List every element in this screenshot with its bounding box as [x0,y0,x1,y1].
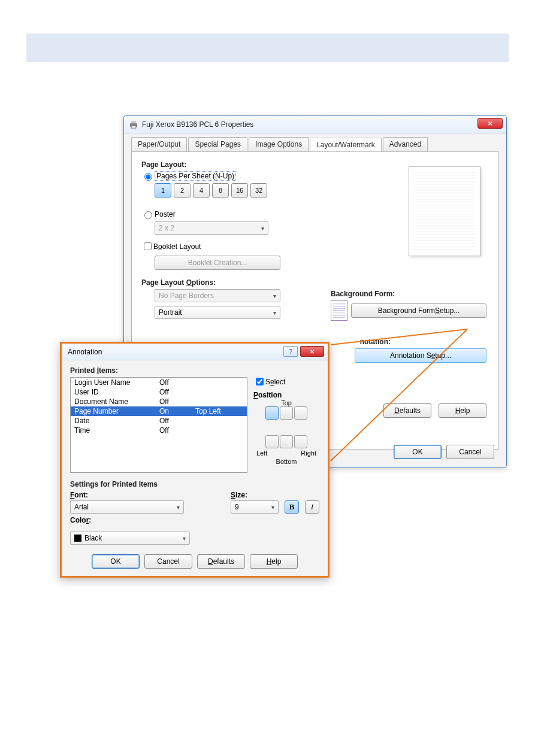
settings-label: Settings for Printed Items [70,480,319,488]
color-swatch-icon [74,535,81,542]
nup-2[interactable]: 2 [174,183,191,198]
annotation-dialog: Annotation ? ✕ Printed Items: Login User… [60,342,330,578]
pos-top-label: Top [281,399,292,406]
annotation-defaults-button[interactable]: Defaults [197,554,245,569]
booklet-checkbox[interactable] [144,242,152,250]
position-label: Position [253,391,319,399]
booklet-creation-button: Booklet Creation... [155,256,280,270]
annotation-help-button[interactable]: Help [250,554,298,569]
color-label: Color: [70,516,91,524]
annotation-button-row: OK Cancel Defaults Help [70,554,319,569]
tab-image-options[interactable]: Image Options [249,137,309,151]
window-title: Fuji Xerox B9136 PCL 6 Properties [142,120,253,129]
select-checkbox-row[interactable]: Select [253,376,319,387]
tab-advanced[interactable]: Advanced [383,137,428,151]
pages-per-sheet-label: Pages Per Sheet (N-Up) [155,171,236,181]
poster-combo: 2 x 2 [155,221,268,235]
select-checkbox[interactable] [256,378,264,385]
list-item-selected: Page NumberOnTop Left [71,406,247,416]
select-label: Select [265,378,285,386]
pos-bottom-center[interactable] [280,435,293,448]
font-combo[interactable]: Arial [70,500,184,514]
bgform-setup-button[interactable]: Background Form Setup... [351,303,486,318]
list-item: User IDOff [71,387,247,397]
printed-items-label: Printed Items: [70,366,319,375]
help-button[interactable]: Help [439,403,486,418]
annotation-cancel-button[interactable]: Cancel [144,554,192,569]
defaults-button[interactable]: Defaults [383,403,431,418]
pos-left-label: Left [256,450,267,457]
dialog-buttons: OK Cancel [394,445,494,459]
annotation-titlebar: Annotation ? ✕ [62,344,328,360]
pos-bottom-label: Bottom [276,458,297,465]
pos-top-center[interactable] [280,406,293,420]
position-grid [265,406,307,448]
titlebar: Fuji Xerox B9136 PCL 6 Properties ✕ [124,116,506,133]
font-label: Font: [70,491,225,499]
bold-button[interactable]: B [285,500,299,514]
list-item: DateOff [71,416,247,426]
size-label: Size: [231,491,279,499]
list-item: Document NameOff [71,397,247,406]
size-combo[interactable]: 9 [231,500,279,514]
nup-1[interactable]: 1 [155,183,171,198]
pos-top-left[interactable] [265,406,279,420]
tab-special-pages[interactable]: Special Pages [188,137,247,151]
booklet-label: Booklet Layout [153,242,201,251]
cancel-button[interactable]: Cancel [446,445,494,459]
borders-combo: No Page Borders [155,289,280,302]
pos-bottom-left[interactable] [265,435,279,448]
radio-poster[interactable] [144,211,152,219]
ok-button[interactable]: OK [394,445,442,459]
radio-nup[interactable] [144,173,152,181]
tab-strip: Paper/Output Special Pages Image Options… [124,133,506,151]
annotation-help-icon[interactable]: ? [283,346,298,357]
annotation-ok-button[interactable]: OK [92,554,140,569]
printed-items-list[interactable]: Login User NameOff User IDOff Document N… [70,377,247,473]
poster-label: Poster [155,210,176,218]
pos-bottom-right[interactable] [294,435,307,448]
pos-right-label: Right [301,450,316,457]
nup-8[interactable]: 8 [212,183,229,198]
list-item: TimeOff [71,426,247,435]
list-item: Login User NameOff [71,378,247,387]
nup-32[interactable]: 32 [250,183,267,198]
pos-top-right[interactable] [294,406,307,420]
nup-4[interactable]: 4 [193,183,210,198]
annotation-section-label: notation: [331,338,486,346]
color-combo[interactable]: Black [70,532,190,545]
annotation-title: Annotation [68,348,102,356]
bgform-label: Background Form: [331,290,486,298]
printer-icon [129,120,138,129]
close-button[interactable]: ✕ [477,118,503,129]
italic-button[interactable]: I [305,500,319,514]
page-preview [409,166,480,256]
svg-rect-1 [131,121,136,123]
page-header-bar [26,34,509,62]
orientation-combo[interactable]: Portrait [155,306,280,319]
annotation-setup-button[interactable]: Annotation Setup... [355,348,486,363]
tab-layout-watermark[interactable]: Layout/Watermark [310,138,382,152]
form-icon [331,300,347,321]
nup-16[interactable]: 16 [231,183,248,198]
svg-rect-2 [131,126,136,128]
tab-paper-output[interactable]: Paper/Output [131,137,187,151]
position-panel: Select Position Top LeftRight B [253,377,319,473]
annotation-close-button[interactable]: ✕ [300,346,324,357]
layout-options-label: Page Layout Options: [141,278,489,287]
